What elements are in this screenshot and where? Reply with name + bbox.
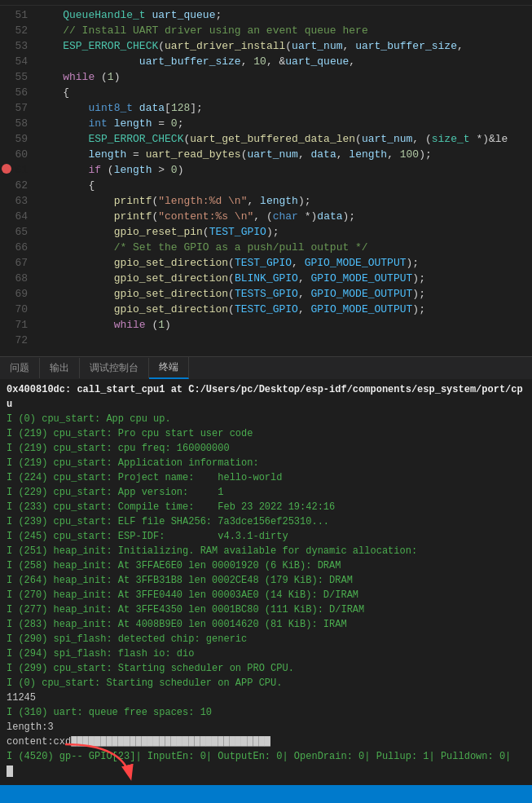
line-number: 57 — [7, 100, 28, 116]
terminal-line: content:cxd█████████████████████████████… — [7, 735, 525, 749]
terminal-cursor — [7, 765, 13, 777]
line-number: 69 — [7, 286, 28, 302]
terminal-line: I (0) cpu_start: Starting scheduler on A… — [7, 676, 525, 690]
terminal-line: I (219) cpu_start: Pro cpu start user co… — [7, 426, 525, 441]
line-number: 51 — [7, 7, 28, 23]
line-number: 61 — [7, 162, 28, 178]
code-line: if (length > 0) — [34, 162, 532, 178]
line-number: 72 — [7, 333, 28, 348]
line-numbers: 5152535455565758596061626364656667686970… — [0, 6, 34, 356]
line-number: 68 — [7, 271, 28, 286]
line-number: 70 — [7, 302, 28, 317]
panel-tabs: 问题输出调试控制台终端 — [0, 356, 532, 379]
code-line: { — [34, 85, 532, 100]
code-line: ESP_ERROR_CHECK(uart_driver_install(uart… — [34, 38, 532, 54]
code-lines[interactable]: QueueHandle_t uart_queue; // Install UAR… — [34, 6, 532, 356]
code-line: gpio_set_direction(TESTS_GPIO, GPIO_MODE… — [34, 286, 532, 302]
code-line: QueueHandle_t uart_queue; — [34, 7, 532, 23]
terminal-line: I (251) heap_init: Initializing. RAM ava… — [7, 544, 525, 558]
code-line: while (1) — [34, 69, 532, 85]
editor: 5152535455565758596061626364656667686970… — [0, 6, 532, 356]
code-line: { — [34, 178, 532, 193]
panel-tab-输出[interactable]: 输出 — [40, 358, 80, 378]
terminal-line: I (290) spi_flash: detected chip: generi… — [7, 632, 525, 646]
terminal-line: I (219) cpu_start: cpu freq: 160000000 — [7, 441, 525, 456]
line-number: 58 — [7, 116, 28, 131]
terminal-line: I (239) cpu_start: ELF file SHA256: 7a3d… — [7, 514, 525, 529]
line-number: 54 — [7, 54, 28, 69]
breakpoint-icon[interactable] — [2, 164, 11, 174]
code-line: // Install UART driver using an event qu… — [34, 23, 532, 38]
line-number: 60 — [7, 147, 28, 162]
terminal-line: I (233) cpu_start: Compile time: Feb 23 … — [7, 500, 525, 514]
terminal-line: I (264) heap_init: At 3FFB31B8 len 0002C… — [7, 573, 525, 588]
terminal-line: I (4520) gp-- GPIO[23]| InputEn: 0| Outp… — [7, 749, 525, 764]
line-number: 59 — [7, 131, 28, 147]
line-number: 63 — [7, 193, 28, 209]
line-number: 55 — [7, 69, 28, 85]
line-number: 65 — [7, 224, 28, 240]
status-bar — [0, 785, 532, 803]
terminal-line: length:3 — [7, 720, 525, 735]
code-line: length = uart_read_bytes(uart_num, data,… — [34, 147, 532, 162]
code-line: gpio_set_direction(TESTC_GPIO, GPIO_MODE… — [34, 302, 532, 317]
terminal-line: I (283) heap_init: At 4008B9E0 len 00014… — [7, 617, 525, 632]
terminal-line: I (219) cpu_start: Application informati… — [7, 456, 525, 470]
terminal-line: I (229) cpu_start: App version: 1 — [7, 485, 525, 500]
line-number: 64 — [7, 209, 28, 224]
line-number: 66 — [7, 240, 28, 255]
code-line: gpio_set_direction(TEST_GPIO, GPIO_MODE_… — [34, 255, 532, 271]
terminal-line: I (270) heap_init: At 3FFE0440 len 00003… — [7, 588, 525, 602]
line-number: 67 — [7, 255, 28, 271]
breadcrumb-bar — [0, 0, 532, 6]
line-number: 62 — [7, 178, 28, 193]
line-number: 52 — [7, 23, 28, 38]
line-number: 56 — [7, 85, 28, 100]
code-line: uart_buffer_size, 10, &uart_queue, — [34, 54, 532, 69]
panel-tab-终端[interactable]: 终端 — [149, 357, 189, 379]
code-line: /* Set the GPIO as a push/pull output */ — [34, 240, 532, 255]
terminal: 0x400810dc: call_start_cpu1 at C:/Users/… — [0, 379, 532, 785]
terminal-line: 11245 — [7, 690, 525, 705]
terminal-line: I (258) heap_init: At 3FFAE6E0 len 00001… — [7, 558, 525, 573]
code-line: gpio_set_direction(BLINK_GPIO, GPIO_MODE… — [34, 271, 532, 286]
terminal-line: I (277) heap_init: At 3FFE4350 len 0001B… — [7, 602, 525, 617]
code-area: 5152535455565758596061626364656667686970… — [0, 6, 532, 356]
terminal-line: I (299) cpu_start: Starting scheduler on… — [7, 661, 525, 676]
code-line: int length = 0; — [34, 116, 532, 131]
code-line: gpio_reset_pin(TEST_GPIO); — [34, 224, 532, 240]
code-line: printf("length:%d \n", length); — [34, 193, 532, 209]
terminal-line: I (294) spi_flash: flash io: dio — [7, 646, 525, 661]
terminal-cursor-line — [7, 764, 525, 779]
terminal-line: I (0) cpu_start: App cpu up. — [7, 412, 525, 426]
code-line: uint8_t data[128]; — [34, 100, 532, 116]
terminal-line: I (245) cpu_start: ESP-IDF: v4.3.1-dirty — [7, 529, 525, 544]
code-line: while (1) — [34, 317, 532, 333]
code-line: printf("content:%s \n", (char *)data); — [34, 209, 532, 224]
panel-tab-问题[interactable]: 问题 — [0, 358, 40, 378]
code-line: ESP_ERROR_CHECK(uart_get_buffered_data_l… — [34, 131, 532, 147]
line-number: 71 — [7, 317, 28, 333]
terminal-line: 0x400810dc: call_start_cpu1 at C:/Users/… — [7, 382, 525, 412]
line-number: 53 — [7, 38, 28, 54]
terminal-line: I (224) cpu_start: Project name: hello-w… — [7, 470, 525, 485]
panel-tab-调试控制台[interactable]: 调试控制台 — [80, 358, 149, 378]
terminal-line: I (310) uart: queue free spaces: 10 — [7, 705, 525, 720]
